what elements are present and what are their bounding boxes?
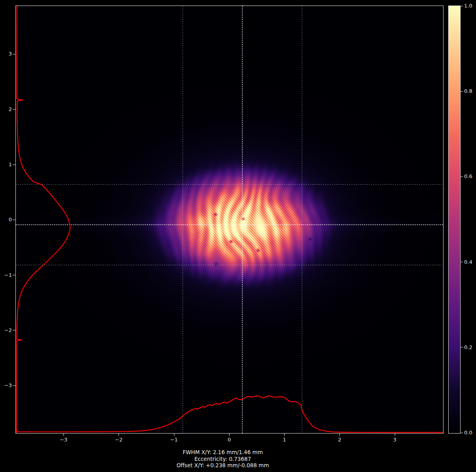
y-tick-label: 3 bbox=[0, 50, 12, 58]
y-tick-mark bbox=[13, 386, 15, 386]
beam-stats: FWHM X/Y: 2.16 mm/1.46 mm Eccentricity: … bbox=[0, 449, 445, 469]
colorbar-tick-mark bbox=[461, 91, 463, 92]
colorbar-tick-mark bbox=[461, 6, 463, 6]
x-tick-mark bbox=[174, 433, 174, 436]
beam-image-canvas bbox=[16, 6, 443, 433]
y-tick-mark bbox=[13, 165, 15, 165]
x-tick-mark bbox=[284, 433, 285, 436]
plot-area bbox=[15, 6, 444, 434]
colorbar-tick-label: 0.0 bbox=[464, 429, 472, 436]
y-tick-label: 1 bbox=[0, 161, 12, 168]
x-tick-mark bbox=[229, 433, 229, 436]
eccentricity-readout: Eccentricity: 0.73687 bbox=[0, 456, 445, 462]
y-tick-label: 0 bbox=[0, 216, 12, 223]
colorbar-tick-label: 0.4 bbox=[464, 259, 472, 266]
colorbar-tick-mark bbox=[461, 262, 463, 262]
x-tick-mark bbox=[395, 433, 395, 436]
x-tick-label: −2 bbox=[111, 436, 127, 443]
x-tick-mark bbox=[119, 433, 119, 436]
y-tick-mark bbox=[13, 54, 15, 54]
x-tick-label: 1 bbox=[277, 436, 292, 443]
y-tick-label: 2 bbox=[0, 106, 12, 113]
x-tick-mark bbox=[63, 433, 64, 436]
y-tick-mark bbox=[13, 220, 15, 220]
beam-profiler-figure: −3−2−10123 −3−2−10123 1.00.80.60.40.20.0… bbox=[0, 0, 476, 472]
y-tick-mark bbox=[13, 109, 15, 109]
y-tick-label: −1 bbox=[0, 272, 12, 279]
x-tick-label: −1 bbox=[166, 436, 182, 443]
colorbar bbox=[448, 6, 461, 434]
x-tick-mark bbox=[339, 433, 340, 436]
y-tick-mark bbox=[13, 275, 15, 275]
x-tick-label: −3 bbox=[55, 436, 71, 443]
fwhm-readout: FWHM X/Y: 2.16 mm/1.46 mm bbox=[0, 449, 445, 456]
colorbar-tick-label: 1.0 bbox=[464, 2, 472, 10]
x-tick-label: 3 bbox=[387, 436, 403, 443]
offset-readout: Offset X/Y: +0.238 mm/-0.088 mm bbox=[0, 462, 445, 469]
colorbar-gradient bbox=[449, 6, 460, 433]
x-tick-label: 2 bbox=[332, 436, 348, 443]
y-tick-mark bbox=[13, 330, 15, 330]
y-tick-label: −2 bbox=[0, 327, 12, 334]
colorbar-tick-label: 0.8 bbox=[464, 88, 472, 95]
colorbar-tick-mark bbox=[461, 433, 463, 433]
y-tick-label: −3 bbox=[0, 382, 12, 389]
colorbar-tick-label: 0.6 bbox=[464, 173, 472, 180]
x-tick-label: 0 bbox=[221, 436, 237, 443]
colorbar-tick-mark bbox=[461, 347, 463, 347]
colorbar-tick-mark bbox=[461, 177, 463, 177]
colorbar-tick-label: 0.2 bbox=[464, 344, 472, 351]
